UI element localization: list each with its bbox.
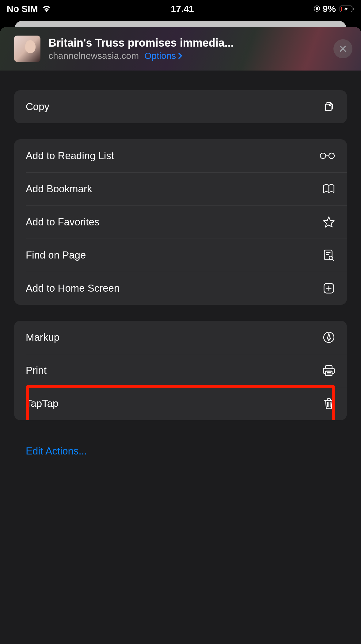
bookmark-row[interactable]: Add Bookmark xyxy=(14,172,347,205)
action-group-copy: Copy xyxy=(14,90,347,123)
star-icon xyxy=(322,216,335,228)
markup-icon xyxy=(322,331,335,344)
edit-actions-button[interactable]: Edit Actions... xyxy=(14,436,347,466)
homescreen-label: Add to Home Screen xyxy=(26,282,120,294)
close-button[interactable] xyxy=(333,39,352,58)
reading-list-label: Add to Reading List xyxy=(26,150,114,162)
print-label: Print xyxy=(26,365,47,376)
find-icon xyxy=(322,249,335,262)
find-label: Find on Page xyxy=(26,249,86,261)
copy-label: Copy xyxy=(26,101,49,113)
trash-icon xyxy=(322,397,335,410)
copy-icon xyxy=(322,100,335,113)
printer-icon xyxy=(322,364,335,377)
book-icon xyxy=(322,182,335,195)
share-header: Britain's Truss promises immedia... chan… xyxy=(0,27,361,71)
find-row[interactable]: Find on Page xyxy=(14,239,347,272)
plus-square-icon xyxy=(322,282,335,295)
page-thumbnail xyxy=(14,36,40,62)
chevron-right-icon xyxy=(178,52,182,59)
copy-row[interactable]: Copy xyxy=(14,90,347,123)
clock: 17.41 xyxy=(171,4,194,14)
favorites-label: Add to Favorites xyxy=(26,216,99,228)
glasses-icon xyxy=(319,149,335,162)
markup-row[interactable]: Markup xyxy=(14,321,347,354)
svg-rect-3 xyxy=(353,8,354,10)
taptap-row[interactable]: TapTap xyxy=(14,387,347,420)
options-button[interactable]: Options xyxy=(144,51,182,61)
print-row[interactable]: Print xyxy=(14,354,347,387)
close-icon xyxy=(339,44,347,53)
wifi-icon xyxy=(42,4,51,14)
favorites-row[interactable]: Add to Favorites xyxy=(14,205,347,239)
options-label: Options xyxy=(144,51,176,61)
share-sheet: Britain's Truss promises immedia... chan… xyxy=(0,27,361,644)
bookmark-label: Add Bookmark xyxy=(26,183,92,195)
taptap-label: TapTap xyxy=(26,398,58,409)
page-domain: channelnewsasia.com xyxy=(48,51,139,61)
action-group-tools: Markup Print TapTap xyxy=(14,321,347,420)
actions-content: Copy Add to Reading List Add Bookmark xyxy=(0,71,361,644)
action-group-page: Add to Reading List Add Bookmark Add to … xyxy=(14,139,347,305)
svg-rect-4 xyxy=(341,7,342,11)
page-title: Britain's Truss promises immedia... xyxy=(48,36,325,49)
battery-percent: 9% xyxy=(323,4,336,14)
svg-rect-1 xyxy=(316,8,317,10)
svg-point-6 xyxy=(329,153,334,159)
homescreen-row[interactable]: Add to Home Screen xyxy=(14,272,347,305)
orientation-lock-icon xyxy=(314,4,320,14)
svg-rect-12 xyxy=(326,371,332,376)
carrier-label: No SIM xyxy=(7,4,38,14)
status-bar: No SIM 17.41 9% xyxy=(0,0,361,17)
svg-point-5 xyxy=(320,153,326,159)
battery-icon xyxy=(340,5,354,13)
markup-label: Markup xyxy=(26,332,59,343)
reading-list-row[interactable]: Add to Reading List xyxy=(14,139,347,172)
